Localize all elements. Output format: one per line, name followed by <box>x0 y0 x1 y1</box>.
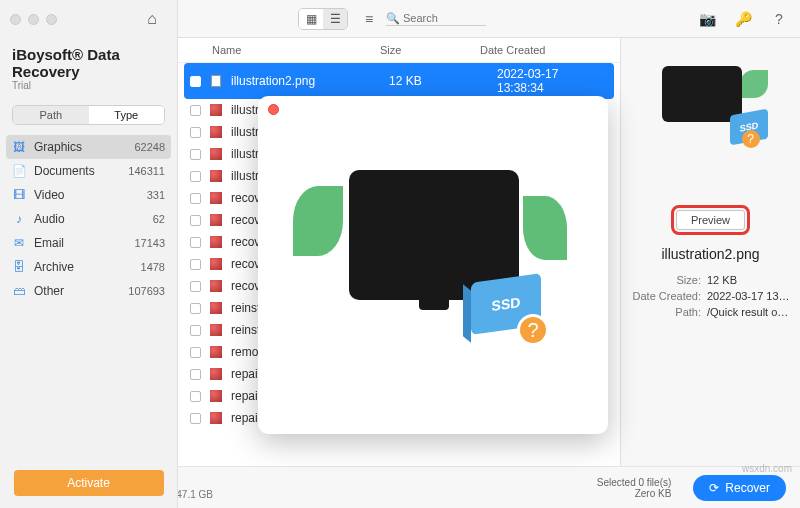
window-controls: ⌂ <box>0 0 178 38</box>
preview-image: SSD ? <box>293 150 573 380</box>
search-icon: 🔍 <box>386 12 400 25</box>
col-name[interactable]: Name <box>190 44 380 56</box>
filter-icon[interactable]: ≡ <box>358 11 380 27</box>
recover-button[interactable]: ⟳Recover <box>693 475 786 501</box>
sidebar-item-graphics[interactable]: 🖼Graphics62248 <box>6 135 171 159</box>
file-icon <box>209 323 223 337</box>
row-checkbox[interactable] <box>190 391 201 402</box>
sidebar-item-video[interactable]: 🎞Video331 <box>0 183 177 207</box>
close-window[interactable] <box>10 14 21 25</box>
activate-button[interactable]: Activate <box>14 470 164 496</box>
row-checkbox[interactable] <box>190 105 201 116</box>
sidebar-item-email[interactable]: ✉Email17143 <box>0 231 177 255</box>
row-checkbox[interactable] <box>190 303 201 314</box>
category-icon: 🗃 <box>12 284 26 298</box>
sidebar-item-documents[interactable]: 📄Documents146311 <box>0 159 177 183</box>
preview-popover: SSD ? <box>258 96 608 434</box>
row-checkbox[interactable] <box>190 193 201 204</box>
row-checkbox[interactable] <box>190 149 201 160</box>
zoom-window[interactable] <box>46 14 57 25</box>
view-list-button[interactable]: ☰ <box>323 9 347 29</box>
preview-panel: SSD ? Preview illustration2.png Size:12 … <box>620 38 800 466</box>
category-icon: ♪ <box>12 212 26 226</box>
home-icon[interactable]: ⌂ <box>147 10 157 28</box>
sidebar-item-archive[interactable]: 🗄Archive1478 <box>0 255 177 279</box>
file-icon <box>209 213 223 227</box>
row-checkbox[interactable] <box>190 171 201 182</box>
row-checkbox[interactable] <box>190 259 201 270</box>
search-input[interactable]: 🔍 <box>386 12 486 26</box>
file-icon <box>209 301 223 315</box>
preview-thumb: SSD ? <box>656 66 766 146</box>
file-icon <box>209 191 223 205</box>
file-icon <box>209 257 223 271</box>
preview-button[interactable]: Preview <box>676 210 745 230</box>
row-checkbox[interactable] <box>190 325 201 336</box>
category-icon: ✉ <box>12 236 26 250</box>
file-icon <box>209 169 223 183</box>
file-icon <box>209 125 223 139</box>
row-checkbox[interactable] <box>190 347 201 358</box>
file-icon <box>209 367 223 381</box>
file-icon <box>209 345 223 359</box>
sidebar-item-other[interactable]: 🗃Other107693 <box>0 279 177 303</box>
selected-size: Zero KB <box>597 488 671 499</box>
row-checkbox[interactable] <box>190 76 201 87</box>
col-date[interactable]: Date Created <box>480 44 608 56</box>
recover-icon: ⟳ <box>709 481 719 495</box>
file-icon <box>209 103 223 117</box>
row-checkbox[interactable] <box>190 237 201 248</box>
row-checkbox[interactable] <box>190 127 201 138</box>
file-icon <box>209 411 223 425</box>
question-icon: ? <box>517 314 549 346</box>
tab-type[interactable]: Type <box>89 106 165 124</box>
row-checkbox[interactable] <box>190 281 201 292</box>
watermark: wsxdn.com <box>742 463 792 474</box>
close-icon[interactable] <box>268 104 279 115</box>
col-size[interactable]: Size <box>380 44 480 56</box>
file-icon <box>209 389 223 403</box>
app-edition: Trial <box>12 80 165 91</box>
row-checkbox[interactable] <box>190 369 201 380</box>
selected-count: Selected 0 file(s) <box>597 477 671 488</box>
sidebar: iBoysoft® Data Recovery Trial Path Type … <box>0 38 178 466</box>
preview-filename: illustration2.png <box>661 246 759 262</box>
file-icon <box>209 279 223 293</box>
camera-icon[interactable]: 📷 <box>696 11 718 27</box>
key-icon[interactable]: 🔑 <box>732 11 754 27</box>
tab-path[interactable]: Path <box>13 106 89 124</box>
category-icon: 🎞 <box>12 188 26 202</box>
file-icon <box>209 74 223 88</box>
help-icon[interactable]: ? <box>768 11 790 27</box>
sidebar-item-audio[interactable]: ♪Audio62 <box>0 207 177 231</box>
app-brand: iBoysoft® Data Recovery <box>12 46 165 80</box>
table-row[interactable]: illustration2.png12 KB2022-03-17 13:38:3… <box>184 63 614 99</box>
category-icon: 📄 <box>12 164 26 178</box>
category-icon: 🗄 <box>12 260 26 274</box>
question-icon: ? <box>742 130 760 148</box>
row-checkbox[interactable] <box>190 413 201 424</box>
file-icon <box>209 147 223 161</box>
minimize-window[interactable] <box>28 14 39 25</box>
category-icon: 🖼 <box>12 140 26 154</box>
row-checkbox[interactable] <box>190 215 201 226</box>
view-grid-button[interactable]: ▦ <box>299 9 323 29</box>
file-icon <box>209 235 223 249</box>
